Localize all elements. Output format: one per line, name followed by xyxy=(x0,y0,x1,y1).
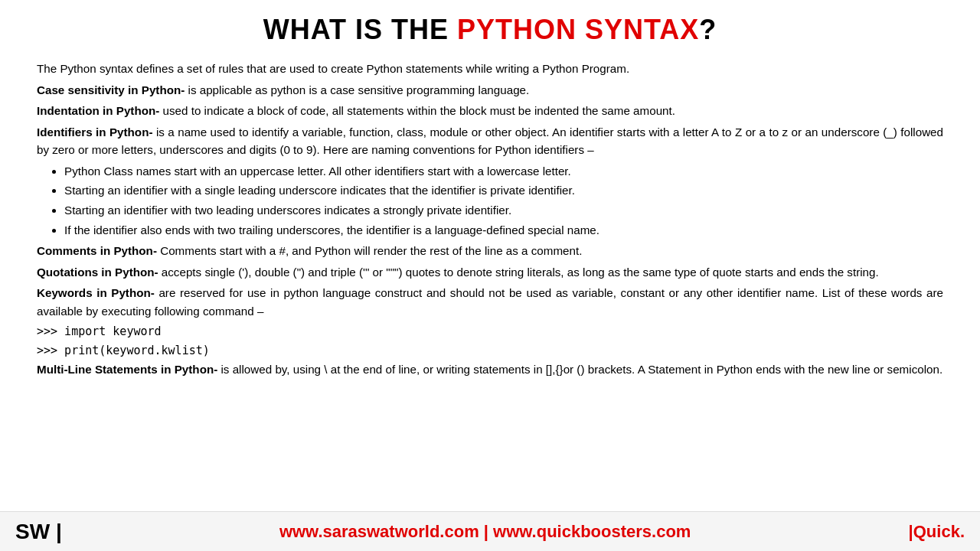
code-line-1: >>> import keyword xyxy=(37,323,943,341)
title-end: ? xyxy=(699,14,717,45)
list-item: Starting an identifier with two leading … xyxy=(64,201,943,220)
page-title: WHAT IS THE PYTHON SYNTAX? xyxy=(37,14,943,46)
list-item: Python Class names start with an upperca… xyxy=(64,162,943,181)
quotations-paragraph: Quotations in Python- accepts single (')… xyxy=(37,263,943,282)
indentation-paragraph: Indentation in Python- used to indicate … xyxy=(37,102,943,120)
comments-paragraph: Comments in Python- Comments start with … xyxy=(37,242,943,260)
identifiers-list: Python Class names start with an upperca… xyxy=(64,162,943,239)
title-red: PYTHON SYNTAX xyxy=(457,14,699,45)
code-line-2: >>> print(keyword.kwlist) xyxy=(37,342,943,360)
footer-left: SW | xyxy=(15,520,62,544)
list-item: Starting an identifier with a single lea… xyxy=(64,181,943,200)
keywords-paragraph: Keywords in Python- are reserved for use… xyxy=(37,284,943,320)
intro-paragraph: The Python syntax defines a set of rules… xyxy=(37,60,943,78)
main-content: WHAT IS THE PYTHON SYNTAX? The Python sy… xyxy=(0,0,980,389)
body-text: The Python syntax defines a set of rules… xyxy=(37,60,943,378)
title-black: WHAT IS THE xyxy=(263,14,457,45)
case-sensitivity-paragraph: Case sensitivity in Python- is applicabl… xyxy=(37,81,943,99)
multiline-paragraph: Multi-Line Statements in Python- is allo… xyxy=(37,360,943,379)
footer-right: |Quick. xyxy=(909,522,965,542)
footer-center: www.saraswatworld.com | www.quickbooster… xyxy=(62,522,909,542)
identifiers-paragraph: Identifiers in Python- is a name used to… xyxy=(37,123,943,159)
list-item: If the identifier also ends with two tra… xyxy=(64,221,943,240)
footer: SW | www.saraswatworld.com | www.quickbo… xyxy=(0,511,980,551)
